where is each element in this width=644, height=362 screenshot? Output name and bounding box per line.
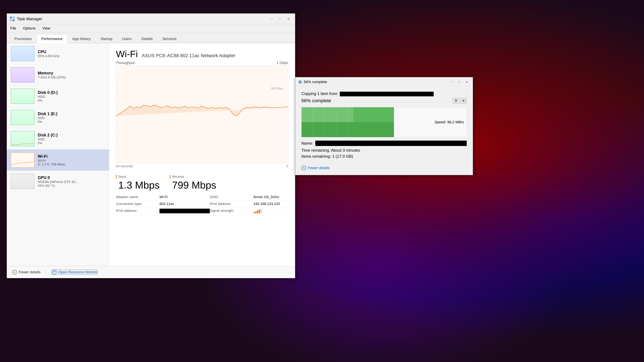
dialog-content: Copying 1 item from 56% complete ⏸ ✕	[295, 87, 473, 175]
fewer-details-dialog-button[interactable]: Fewer details	[301, 163, 467, 170]
wifi-header: Wi-Fi ASUS PCE-AC88 802.11ac Network Ada…	[116, 48, 288, 59]
disk1-thumb	[11, 110, 34, 125]
taskmanager-icon	[10, 16, 15, 22]
tab-performance[interactable]: Performance	[36, 34, 68, 43]
cancel-copy-button[interactable]: ✕	[460, 98, 467, 104]
time-remaining: Time remaining: About 3 minutes	[301, 148, 467, 153]
wifi-mini-graph	[11, 157, 34, 167]
close-button[interactable]: ✕	[284, 15, 292, 23]
signal-val	[254, 209, 262, 214]
memory-name: Memory	[38, 71, 105, 75]
tab-processes[interactable]: Processes	[10, 34, 36, 43]
send-stat: Send 1.3 Mbps	[116, 175, 160, 191]
sidebar-item-disk2[interactable]: Disk 2 (C:) SSD 5%	[7, 128, 109, 149]
sidebar-item-gpu[interactable]: GPU 0 NVIDIA GeForce GTX 10... 26% (50 °…	[7, 171, 109, 192]
dialog-minimize-button[interactable]: ─	[448, 79, 455, 85]
filename-redacted	[315, 141, 467, 146]
adapter-key: Adapter name:	[116, 195, 156, 199]
signal-bar-4	[259, 210, 260, 213]
receive-value: 799 Mbps	[170, 179, 216, 191]
receive-stat: Receive 799 Mbps	[170, 175, 216, 191]
sidebar-item-cpu[interactable]: CPU 20% 4.69 GHz	[7, 43, 109, 64]
gpu-model: NVIDIA GeForce GTX 10...	[38, 180, 105, 184]
disk2-graph	[11, 131, 34, 146]
signal-bar-1	[254, 212, 255, 213]
chevron-up-icon-dialog	[301, 166, 306, 170]
footer-divider	[46, 269, 46, 275]
cpu-thumb	[11, 46, 34, 61]
wifi-chart-svg: 300 Mbps	[116, 66, 288, 163]
disk0-graph	[11, 89, 34, 104]
disk1-graph	[11, 110, 34, 125]
percent-complete: 56% complete ⏸ ✕	[301, 98, 467, 104]
copy-dialog: % 56% complete ─ □ ✕ Copying 1 item from…	[295, 77, 473, 175]
time-label-right: 0	[286, 164, 288, 168]
disk0-type: HDD	[38, 95, 105, 99]
chart-header: Throughput 1 Gbps	[116, 61, 288, 65]
title-bar-left: Task Manager	[10, 16, 42, 22]
progress-bar: Speed: 96.2 MB/s	[301, 107, 467, 137]
open-resource-monitor-button[interactable]: Open Resource Monitor	[52, 270, 98, 275]
details-grid: Adapter name: Wi-Fi SSID: Armor G5_5Ghz …	[116, 194, 288, 216]
tab-services[interactable]: Services	[158, 34, 181, 43]
dialog-maximize-button[interactable]: □	[456, 79, 463, 85]
detail-adapter: Adapter name: Wi-Fi	[116, 194, 210, 200]
signal-key: Signal strength:	[210, 209, 250, 214]
title-controls: ─ □ ✕	[268, 15, 292, 23]
gpu-graph	[11, 174, 34, 189]
signal-bar-3	[257, 210, 258, 213]
tab-startup[interactable]: Startup	[96, 34, 117, 43]
disk2-stats: 5%	[38, 141, 105, 145]
memory-info: Memory 7.4/31.9 GB (23%)	[38, 71, 105, 79]
svg-text:%: %	[300, 81, 301, 83]
tab-details[interactable]: Details	[136, 34, 158, 43]
wifi-info: Wi-Fi Wi-Fi S: 1.3 R: 799 Mbps	[38, 154, 105, 166]
tab-users[interactable]: Users	[117, 34, 136, 43]
sidebar-item-memory[interactable]: Memory 7.4/31.9 GB (23%)	[7, 64, 109, 86]
title-bar: Task Manager ─ □ ✕	[7, 13, 295, 24]
pause-button[interactable]: ⏸	[453, 98, 459, 104]
detail-ssid: SSID: Armor G5_5Ghz	[210, 194, 288, 200]
sidebar-item-disk1[interactable]: Disk 1 (E:) SSD 0%	[7, 107, 109, 128]
gpu-info: GPU 0 NVIDIA GeForce GTX 10... 26% (50 °…	[38, 175, 105, 188]
signal-bars-icon	[254, 209, 262, 213]
sidebar-item-disk0[interactable]: Disk 0 (D:) HDD 0%	[7, 86, 109, 107]
file-copy-icon: %	[298, 80, 302, 84]
cpu-info: CPU 20% 4.69 GHz	[38, 49, 105, 58]
tab-bar: Processes Performance App history Startu…	[7, 32, 295, 43]
svg-point-8	[12, 270, 17, 274]
wifi-name: Wi-Fi	[38, 154, 105, 159]
pause-cancel-buttons: ⏸ ✕	[453, 98, 467, 104]
receive-label: Receive	[170, 175, 216, 179]
chart-label: Throughput	[116, 61, 135, 65]
disk2-name: Disk 2 (C:)	[38, 133, 105, 137]
gpu-stats: 26% (50 °C)	[38, 184, 105, 188]
chart-time-labels: 60 seconds 0	[116, 164, 288, 168]
menu-options[interactable]: Options	[22, 25, 36, 32]
dialog-close-button[interactable]: ✕	[464, 79, 470, 85]
detail-signal: Signal strength:	[210, 207, 288, 216]
sidebar-item-wifi[interactable]: Wi-Fi Wi-Fi S: 1.3 R: 799 Mbps	[7, 149, 109, 171]
time-label-left: 60 seconds	[116, 164, 133, 168]
minimize-button[interactable]: ─	[268, 15, 276, 23]
tab-apphistory[interactable]: App history	[68, 34, 96, 43]
gpu-thumb	[11, 174, 34, 189]
wifi-detail-title: Wi-Fi	[116, 48, 138, 59]
memory-usage: 7.4/31.9 GB (23%)	[38, 75, 105, 79]
ipv6-key: IPv6 address:	[116, 209, 156, 214]
cpu-graph	[11, 46, 34, 61]
items-remaining: Items remaining: 1 (17.0 GB)	[301, 154, 467, 159]
menu-view[interactable]: View	[42, 25, 51, 32]
wifi-stats: S: 1.3 R: 799 Mbps	[38, 163, 105, 166]
dialog-title-text: 56% complete	[304, 80, 327, 84]
disk1-info: Disk 1 (E:) SSD 0%	[38, 111, 105, 124]
menu-file[interactable]: File	[10, 25, 17, 32]
dialog-title-bar: % 56% complete ─ □ ✕	[295, 77, 473, 87]
sidebar: CPU 20% 4.69 GHz Memory 7.4/31.9 GB (23%…	[7, 43, 109, 266]
detail-connection: Connection type: 802.11ac	[116, 200, 210, 207]
fewer-details-button[interactable]: Fewer details	[12, 270, 40, 275]
detail-ipv4: IPv4 address: 192.168.123.120	[210, 200, 288, 207]
menu-bar: File Options View	[7, 24, 295, 32]
maximize-button[interactable]: □	[276, 15, 284, 23]
chart-max: 1 Gbps	[276, 61, 288, 65]
